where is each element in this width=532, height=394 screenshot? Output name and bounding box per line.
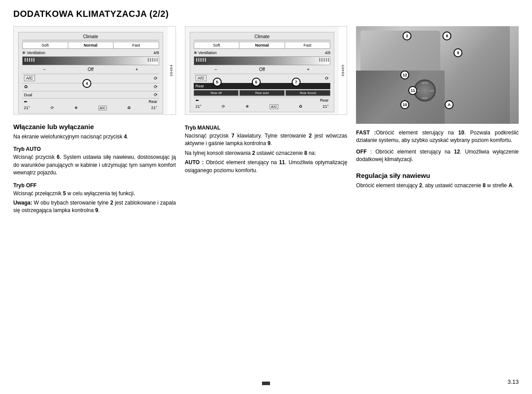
middle-body1: Nacisnąć przycisk 7 klawiatury. Tylne st… xyxy=(185,132,348,148)
ac-label-left: A/C xyxy=(24,75,35,81)
console: AUTO FAST OFF LOCK xyxy=(356,71,445,124)
rear-forced-btn: Rear forced xyxy=(286,90,331,96)
barcode-num-left: 39464 xyxy=(169,64,173,76)
mode-normal-left: Normal xyxy=(68,42,114,48)
barcode-num-middle: 39465 xyxy=(341,64,345,76)
fan-icon-left: ⟳ xyxy=(154,76,157,81)
barcode-strip-left: 39464 xyxy=(168,27,176,114)
slider-middle: ▐▐▐▐▐ ▐▐▐▐▐ xyxy=(194,56,331,65)
dial-right: LOCK xyxy=(429,90,434,92)
mode-row-left: Soft Normal Fast xyxy=(22,42,159,49)
ventilation-row-left: ❄ Ventilation 4/8 xyxy=(22,50,159,55)
ventilation-icon-middle: ❄ Ventilation xyxy=(194,51,217,55)
ac-label-middle: A/C xyxy=(196,75,207,81)
page-number: 3.13 xyxy=(508,378,519,385)
annotation-4: 4 xyxy=(82,79,91,88)
middle-diagram: 39465 Climate Soft Normal Fast ❄ Ventila… xyxy=(185,26,348,115)
annotation-5: 5 xyxy=(213,78,222,87)
ventilation-value-left: 4/8 xyxy=(153,51,159,55)
off-label-left: Off xyxy=(88,67,94,72)
screen-title-left: Climate xyxy=(22,34,159,40)
col-right: 39467 AUTO FAST OFF LOCK xyxy=(356,26,519,385)
fan-icon-middle: ⟳ xyxy=(325,76,329,81)
page-container: DODATKOWA KLIMATYZACJA (2/2) 39464 Clima… xyxy=(0,0,532,394)
ventilation-icon-left: ❄ Ventilation xyxy=(22,51,45,55)
mode-soft-left: Soft xyxy=(23,42,68,48)
right-section2-body: Obrócić element sterujący 2, aby ustawić… xyxy=(356,182,519,189)
dual-label-left: Dual xyxy=(24,93,32,97)
left-sub1-heading: Tryb AUTO xyxy=(13,146,176,152)
col-left: 39464 Climate Soft Normal Fast ❄ Ventila… xyxy=(13,26,176,385)
left-section-heading: Włączanie lub wyłączanie xyxy=(13,123,176,130)
middle-auto: AUTO : Obrócić element sterujący na 11. … xyxy=(185,159,348,174)
middle-body2: Na tylnej konsoli sterowania 2 ustawić o… xyxy=(185,150,348,157)
control-row-left: − Off + xyxy=(22,66,159,73)
left-sub2-heading: Tryb OFF xyxy=(13,182,176,189)
left-diagram: 39464 Climate Soft Normal Fast ❄ Ventila… xyxy=(13,26,176,115)
main-content: 39464 Climate Soft Normal Fast ❄ Ventila… xyxy=(13,26,519,385)
minus-left: − xyxy=(43,67,46,72)
bottom-rear-middle: ⬅ Rear xyxy=(194,97,331,103)
climate-screen-left: Climate Soft Normal Fast ❄ Ventilation 4… xyxy=(18,32,163,114)
right-section2-heading: Regulacja siły nawiewu xyxy=(356,172,519,179)
ventilation-row-middle: ❄ Ventilation 4/8 xyxy=(194,50,331,55)
dial-bottom: FAST xyxy=(422,97,428,99)
left-body1: Na ekranie wielofunkcyjnym nacisnąć przy… xyxy=(13,133,176,141)
plus-middle: + xyxy=(307,67,309,72)
ventilation-value-middle: 4/8 xyxy=(325,51,331,55)
mode-soft-middle: Soft xyxy=(194,42,240,48)
fan3-icon-left: ⟳ xyxy=(154,92,157,97)
plus-left: + xyxy=(136,67,138,72)
slider-left: ▐▐▐▐▐ ▐▐▐▐▐ xyxy=(22,56,159,65)
annotation-7: 7 xyxy=(292,78,301,87)
right-fast-text: FAST :Obrócić element sterujący na 10. P… xyxy=(356,129,519,145)
mode-fast-middle: Fast xyxy=(285,42,330,48)
left-note: Uwaga: W obu trybach sterowanie tylne 2 … xyxy=(13,199,176,215)
bottom-temp-middle: 21° ⟳ ❄ A/C ♻ 21° xyxy=(194,103,331,110)
rear-off-btn: Rear off xyxy=(194,90,239,96)
middle-section-heading: Tryb MANUAL xyxy=(185,125,348,131)
right-diagram: 39467 AUTO FAST OFF LOCK xyxy=(356,26,519,124)
car-interior-bg: AUTO FAST OFF LOCK xyxy=(356,26,510,124)
screen-title-middle: Climate xyxy=(194,34,331,40)
rear-auto-btn: Rear auto xyxy=(239,90,285,96)
rear-btn-row: Rear off Rear auto Rear forced xyxy=(194,90,331,96)
bottom-temp-left: 21° ⟳ ❄ A/C ♻ 21° xyxy=(22,105,159,111)
recycle-icon-left: ♻ xyxy=(24,84,28,89)
bottom-bar xyxy=(262,382,270,385)
left-sub1-body: Wcisnąć przycisk 6. System ustawia siłę … xyxy=(13,154,176,177)
annotation-6: 6 xyxy=(252,78,261,87)
page-title: DODATKOWA KLIMATYZACJA (2/2) xyxy=(13,9,519,19)
barcode-strip-middle: 39465 xyxy=(339,27,347,114)
mode-row-middle: Soft Normal Fast xyxy=(194,42,331,49)
control-row-middle: − Off + xyxy=(194,66,331,73)
icon-row-left: ⬅ Rear xyxy=(22,98,159,105)
mode-fast-left: Fast xyxy=(113,42,159,48)
back-icon-left: ⬅ xyxy=(24,99,27,104)
col-middle: 39465 Climate Soft Normal Fast ❄ Ventila… xyxy=(185,26,348,385)
dial-top: AUTO xyxy=(422,82,428,84)
rear-label-left: Rear xyxy=(149,99,157,104)
minus-middle: − xyxy=(215,67,217,72)
right-off-text: OFF : Obrócić element sterujący na 12. U… xyxy=(356,148,519,164)
fan2-icon-left: ⟳ xyxy=(154,84,157,89)
mode-normal-middle: Normal xyxy=(239,42,285,48)
climate-screen-middle: Climate Soft Normal Fast ❄ Ventilation 4… xyxy=(190,32,335,112)
left-sub2-body: Wcisnąć przełącznik 5 w celu wyłączenia … xyxy=(13,190,176,197)
off-label-middle: Off xyxy=(259,67,265,72)
